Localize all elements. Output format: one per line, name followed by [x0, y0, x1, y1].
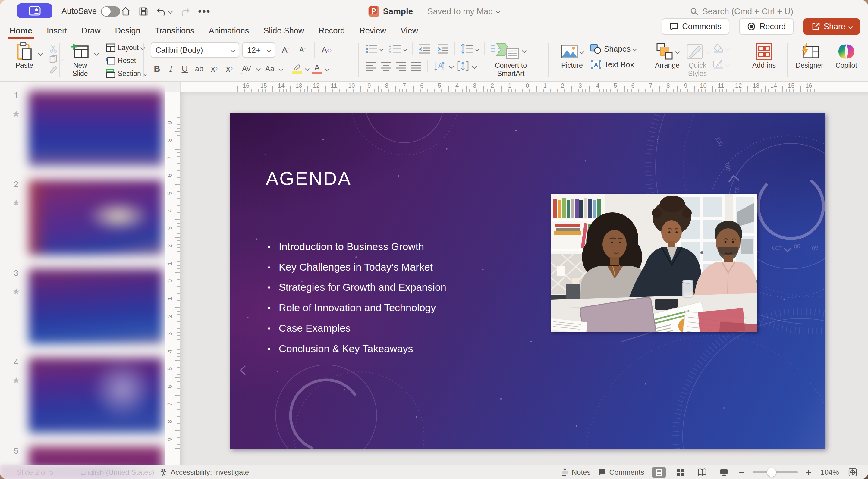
zoom-level[interactable]: 104% — [819, 468, 840, 477]
bullet-item[interactable]: Introduction to Business Growth — [268, 237, 497, 257]
fit-slide-to-window-button[interactable] — [848, 468, 857, 477]
text-direction-button[interactable]: A — [434, 61, 445, 71]
designer-button[interactable]: Designer — [793, 41, 827, 70]
slideshow-view-button[interactable] — [717, 467, 731, 478]
copilot-button[interactable]: Copilot — [831, 41, 862, 70]
bullet-item[interactable]: Case Examples — [268, 318, 497, 339]
text-box-button[interactable]: A Text Box — [590, 59, 636, 70]
zoom-slider[interactable] — [752, 471, 798, 473]
slide[interactable]: 1902002101101009080 AGENDA Introduction … — [230, 113, 825, 449]
zoom-in-button[interactable]: + — [806, 469, 811, 475]
slide-photo-people-meeting[interactable] — [551, 194, 757, 332]
superscript-button[interactable]: x2 — [207, 62, 221, 75]
ribbon-tab[interactable]: Record — [318, 25, 345, 37]
ribbon-tab[interactable]: Animations — [208, 25, 250, 37]
bullet-list-chevron-icon[interactable] — [379, 46, 384, 51]
language-indicator[interactable]: English (United States) — [80, 468, 154, 477]
undo-chevron-icon[interactable] — [168, 9, 173, 14]
section-button[interactable]: Section — [106, 68, 147, 79]
comments-status-button[interactable]: Comments — [598, 468, 644, 477]
slide-thumbnail[interactable]: 4 ★ — [0, 358, 165, 433]
record-button[interactable]: Record — [739, 19, 794, 35]
line-spacing-button[interactable] — [461, 44, 473, 54]
paste-chevron-icon[interactable] — [38, 51, 43, 56]
reset-button[interactable]: Reset — [106, 55, 147, 66]
home-icon[interactable] — [121, 6, 131, 17]
bold-button[interactable]: B — [151, 62, 163, 75]
ribbon-tab[interactable]: Insert — [46, 25, 68, 37]
align-center-button[interactable] — [380, 61, 391, 71]
ribbon-tab[interactable]: Design — [115, 25, 141, 37]
bullet-item[interactable]: Conclusion & Key Takeaways — [268, 339, 497, 359]
undo-button[interactable] — [156, 6, 172, 17]
font-name-combobox[interactable]: Calibri (Body) — [151, 42, 239, 58]
ribbon-tab[interactable]: Home — [9, 25, 33, 37]
change-case-chevron-icon[interactable] — [279, 66, 284, 71]
share-button[interactable]: Share — [803, 19, 860, 35]
new-slide-button[interactable]: NewSlide — [66, 41, 95, 79]
increase-font-size-button[interactable]: Aˆ — [278, 43, 292, 57]
reading-view-button[interactable] — [695, 467, 709, 478]
underline-button[interactable]: U — [179, 62, 191, 75]
subscript-button[interactable]: x2 — [222, 62, 236, 75]
slide-thumbnail[interactable]: 1 ★ — [0, 91, 165, 166]
ribbon-tab[interactable]: Draw — [81, 25, 101, 37]
shapes-button[interactable]: Shapes — [590, 43, 636, 54]
align-text-button[interactable] — [457, 61, 469, 71]
paste-button[interactable]: Paste — [10, 41, 39, 75]
numbered-list-button[interactable]: 123 — [389, 44, 401, 54]
numbered-list-chevron-icon[interactable] — [403, 46, 408, 51]
normal-view-button[interactable] — [652, 467, 666, 478]
font-size-combobox[interactable]: 12+ — [242, 42, 276, 58]
zoom-out-button[interactable]: − — [739, 469, 745, 475]
ribbon-tab[interactable]: Review — [359, 25, 387, 37]
text-highlight-chevron-icon[interactable] — [305, 66, 310, 71]
decrease-indent-button[interactable] — [418, 44, 430, 54]
bullet-item[interactable]: Role of Innovation and Technology — [268, 298, 497, 318]
decrease-font-size-button[interactable]: Aˇ — [296, 43, 309, 57]
font-color-chevron-icon[interactable] — [324, 66, 330, 71]
bullet-list-button[interactable] — [365, 44, 377, 54]
slide-bullet-list[interactable]: Introduction to Business GrowthKey Chall… — [268, 237, 497, 359]
font-color-button[interactable]: A — [310, 62, 324, 75]
convert-smartart-button[interactable] — [479, 41, 542, 60]
comments-button[interactable]: Comments — [661, 19, 730, 35]
change-case-button[interactable]: Aa — [261, 62, 278, 75]
document-title[interactable]: Sample — Saved to my Mac — [369, 0, 500, 23]
more-toolbar-options-button[interactable]: ••• — [198, 5, 211, 17]
autosave-toggle[interactable] — [101, 6, 120, 17]
strikethrough-button[interactable]: ab — [192, 62, 206, 75]
layout-button[interactable]: Layout — [106, 42, 147, 53]
slide-thumbnail-panel[interactable]: 1 ★ 2 ★ 3 ★ 4 ★ — [0, 82, 165, 466]
slide-sorter-view-button[interactable] — [674, 467, 687, 478]
accessibility-status[interactable]: Accessibility: Investigate — [160, 468, 249, 477]
text-highlight-button[interactable] — [289, 62, 304, 75]
slide-thumbnail[interactable]: 2 ★ — [0, 180, 165, 255]
bullet-item[interactable]: Key Challenges in Today’s Market — [268, 257, 497, 278]
new-slide-chevron-icon[interactable] — [94, 51, 99, 56]
align-left-button[interactable] — [365, 61, 376, 71]
ribbon-tab[interactable]: Transitions — [154, 25, 195, 37]
text-direction-chevron-icon[interactable] — [449, 64, 454, 69]
notes-button[interactable]: Notes — [561, 468, 591, 477]
align-text-chevron-icon[interactable] — [472, 64, 477, 69]
clear-formatting-button[interactable]: A◇ — [319, 43, 333, 57]
italic-button[interactable]: I — [164, 62, 177, 75]
picture-button[interactable]: Picture — [559, 41, 585, 70]
slide-title[interactable]: AGENDA — [266, 167, 351, 189]
ribbon-tab[interactable]: View — [400, 25, 418, 37]
line-spacing-chevron-icon[interactable] — [475, 46, 480, 51]
character-spacing-chevron-icon[interactable] — [256, 66, 261, 71]
bullet-item[interactable]: Strategies for Growth and Expansion — [268, 278, 497, 298]
slide-thumbnail[interactable]: 3 ★ — [0, 269, 165, 344]
align-right-button[interactable] — [396, 61, 406, 71]
slide-editing-canvas[interactable]: 1902002101101009080 AGENDA Introduction … — [180, 92, 868, 466]
window-controls-button[interactable] — [17, 3, 53, 19]
arrange-button[interactable]: Arrange — [653, 41, 682, 78]
character-spacing-button[interactable]: AV↔ — [238, 62, 255, 75]
add-ins-button[interactable]: Add-ins — [747, 41, 781, 70]
justify-button[interactable] — [410, 61, 421, 71]
increase-indent-button[interactable] — [437, 44, 449, 54]
ribbon-tab[interactable]: Slide Show — [263, 25, 305, 37]
save-icon[interactable] — [138, 7, 148, 16]
